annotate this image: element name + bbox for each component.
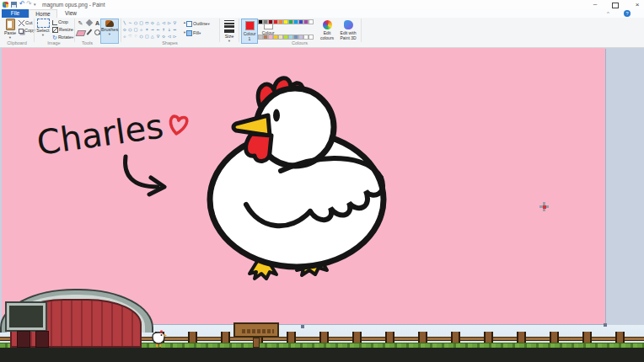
- sign-board: [233, 322, 279, 338]
- size-button[interactable]: Size ▾: [222, 19, 237, 43]
- barn-door: [17, 331, 30, 348]
- copy-icon: [19, 29, 24, 34]
- palette-swatch[interactable]: [278, 35, 283, 40]
- shapes-grid-row3[interactable]: ☆♡♢○□△▽◇◁▷: [123, 33, 184, 40]
- taskbar: Desktop » ^ 17:18 22/09/2025: [0, 348, 644, 362]
- paint-window: ↶ ↷ ▾ magnum opus.png - Paint – × File H…: [0, 0, 644, 328]
- palette-swatch[interactable]: [258, 19, 263, 24]
- magnifier-icon: [94, 29, 100, 35]
- ribbon: Paste ▾ Cut Copy Clipboard Select ▾ Crop…: [0, 18, 644, 48]
- paint3d-icon: [344, 20, 353, 29]
- colour1-swatch: [245, 21, 255, 30]
- chicken-drawing: [202, 72, 396, 282]
- palette-swatch[interactable]: [303, 19, 309, 24]
- palette-swatch[interactable]: [288, 35, 293, 40]
- brushes-dropdown-icon[interactable]: ▾: [101, 32, 118, 36]
- paste-dropdown-icon[interactable]: ▾: [3, 35, 18, 40]
- sign-post: [253, 338, 260, 348]
- desktop-screen: ↶ ↷ ▾ magnum opus.png - Paint – × File H…: [0, 0, 644, 362]
- palette-swatch[interactable]: [283, 35, 288, 40]
- wallpaper-barn: [0, 289, 157, 348]
- cut-button[interactable]: Cut: [19, 20, 33, 26]
- paste-button[interactable]: Paste ▾: [3, 19, 18, 40]
- tab-view[interactable]: View: [57, 9, 84, 18]
- undo-icon[interactable]: ↶: [19, 0, 25, 8]
- barn-window: [7, 303, 46, 330]
- crop-icon: [52, 20, 57, 25]
- select-dropdown-icon[interactable]: ▾: [35, 33, 51, 37]
- palette-swatch[interactable]: [263, 19, 268, 24]
- resize-icon: [52, 27, 58, 33]
- pencil-tool[interactable]: ✎: [77, 19, 84, 27]
- window-title: magnum opus.png - Paint: [42, 2, 105, 8]
- group-label-colours: Colours: [239, 40, 361, 46]
- group-label-clipboard: Clipboard: [0, 40, 34, 46]
- heart-doodle: [165, 112, 192, 139]
- paste-icon: [6, 19, 15, 30]
- barn-door: [35, 331, 49, 348]
- group-label-tools: Tools: [74, 40, 100, 46]
- select-icon: [37, 19, 50, 28]
- save-icon[interactable]: [11, 2, 17, 8]
- palette-swatch[interactable]: [278, 19, 283, 24]
- palette-swatch[interactable]: [288, 19, 293, 24]
- arrow-doodle: [114, 152, 177, 198]
- palette-empty-swatch[interactable]: [303, 35, 309, 40]
- resize-button[interactable]: Resize: [52, 27, 73, 33]
- drawing-canvas[interactable]: Charles: [2, 48, 605, 324]
- size-icon: [224, 20, 234, 33]
- palette-swatch[interactable]: [273, 35, 278, 40]
- wallpaper-chicken: [150, 330, 167, 348]
- palette-swatch[interactable]: [273, 19, 278, 24]
- palette-swatch[interactable]: [298, 19, 303, 24]
- palette-swatch[interactable]: [298, 35, 303, 40]
- outline-dropdown[interactable]: Outline▾: [186, 21, 217, 27]
- title-bar: ↶ ↷ ▾ magnum opus.png - Paint – ×: [0, 0, 644, 9]
- minimize-button[interactable]: –: [588, 1, 602, 8]
- crop-button[interactable]: Crop: [52, 19, 68, 25]
- cut-icon: [19, 20, 24, 26]
- select-button[interactable]: Select ▾: [35, 19, 51, 37]
- color-picker-tool[interactable]: [85, 29, 93, 36]
- copy-button[interactable]: Copy: [19, 28, 35, 34]
- redo-icon[interactable]: ↷: [26, 0, 32, 8]
- canvas-resize-bottom-handle[interactable]: [301, 325, 304, 328]
- palette-swatch[interactable]: [293, 35, 298, 40]
- group-label-shapes: Shapes: [121, 40, 219, 46]
- maximize-button[interactable]: [612, 3, 619, 8]
- palette-swatch[interactable]: [268, 35, 273, 40]
- canvas-resize-corner-handle[interactable]: [604, 323, 607, 327]
- eraser-tool[interactable]: [77, 29, 84, 36]
- qat-customize-icon[interactable]: ▾: [34, 2, 36, 7]
- palette-swatch[interactable]: [283, 19, 288, 24]
- brushes-button[interactable]: Brushes ▾: [100, 19, 119, 44]
- fill-bucket-icon: [85, 19, 92, 26]
- brush-cursor: [539, 202, 549, 211]
- sign-text-scribble: [242, 329, 274, 333]
- palette-empty-swatch[interactable]: [309, 35, 314, 40]
- palette-swatch[interactable]: [268, 19, 273, 24]
- group-label-image: Image: [34, 40, 74, 46]
- palette-swatch[interactable]: [258, 35, 263, 40]
- shapes-grid-row1[interactable]: \∼○□▭◇△◁▷▽: [123, 19, 184, 26]
- fill-dropdown[interactable]: Fill▾: [186, 30, 217, 36]
- paint-logo-icon: [3, 2, 8, 8]
- wallpaper-sign: [233, 322, 279, 348]
- brush-icon: [105, 20, 114, 27]
- help-icon[interactable]: ?: [624, 10, 631, 17]
- close-button[interactable]: ×: [631, 1, 644, 8]
- dropper-icon: [86, 29, 91, 35]
- fill-tool[interactable]: [85, 19, 93, 27]
- workspace: Charles: [0, 48, 644, 328]
- palette-swatch[interactable]: [263, 35, 268, 40]
- edit-colours-icon: [323, 20, 332, 29]
- tab-file[interactable]: File: [2, 9, 29, 18]
- outline-icon: [186, 21, 192, 27]
- collapse-ribbon-icon[interactable]: ^: [607, 11, 609, 16]
- fill-icon: [186, 30, 192, 36]
- palette-swatch[interactable]: [293, 19, 298, 24]
- shapes-grid-row2[interactable]: ◇○□☆∗→←↑↓↔: [123, 26, 184, 33]
- tab-home[interactable]: Home: [29, 9, 57, 18]
- palette-swatch[interactable]: [309, 19, 314, 24]
